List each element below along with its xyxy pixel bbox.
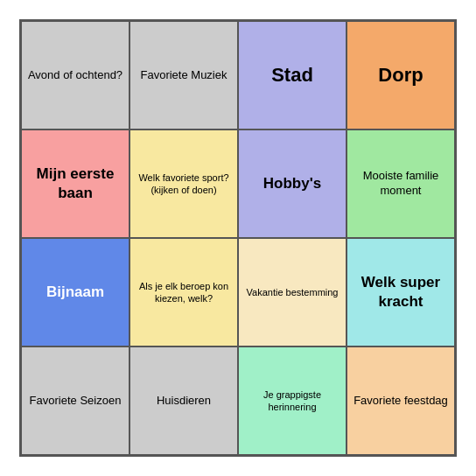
cell-2-0: Bijnaam [21, 238, 130, 346]
bingo-card: Avond of ochtend? Favoriete Muziek Stad … [19, 19, 457, 457]
cell-0-3: Dorp [346, 21, 455, 130]
cell-2-3: Welk super kracht [346, 238, 455, 346]
cell-1-2: Hobby's [238, 130, 346, 238]
cell-1-3: Mooiste familie moment [346, 130, 455, 238]
cell-2-2: Vakantie bestemming [238, 238, 346, 346]
cell-0-1: Favoriete Muziek [130, 21, 238, 130]
cell-1-1: Welk favoriete sport? (kijken of doen) [130, 130, 238, 238]
cell-3-3: Favoriete feestdag [346, 346, 455, 455]
cell-3-1: Huisdieren [130, 346, 238, 455]
cell-2-1: Als je elk beroep kon kiezen, welk? [130, 238, 238, 346]
cell-3-2: Je grappigste herinnering [238, 346, 346, 455]
cell-0-2: Stad [238, 21, 346, 130]
cell-0-0: Avond of ochtend? [21, 21, 130, 130]
cell-1-0: Mijn eerste baan [21, 130, 130, 238]
cell-3-0: Favoriete Seizoen [21, 346, 130, 455]
